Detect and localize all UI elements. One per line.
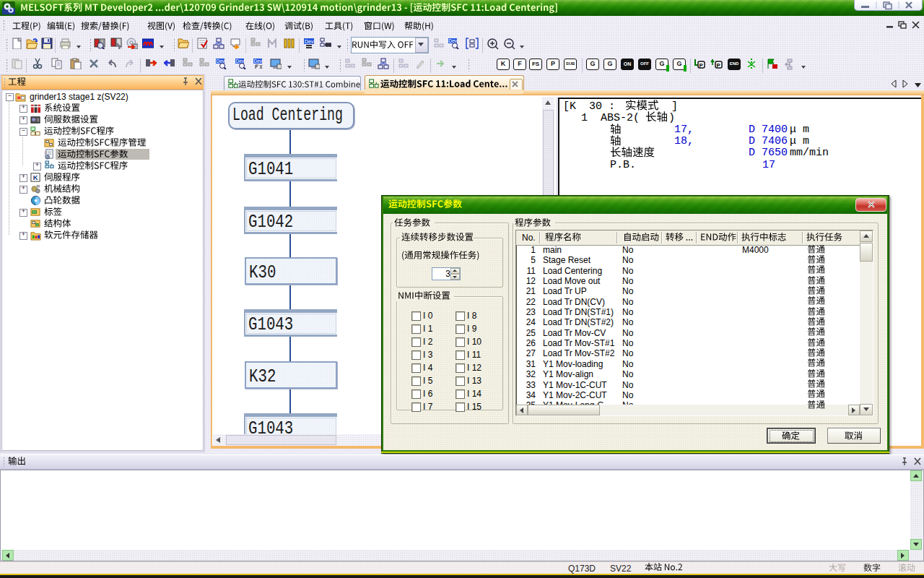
svg-text:P: P	[717, 62, 721, 69]
svg-text:Dev: Dev	[449, 38, 458, 43]
svg-text:K: K	[33, 174, 38, 181]
svg-text:Dev: Dev	[236, 59, 245, 64]
svg-text:Dev: Dev	[254, 59, 263, 64]
svg-text:Dev: Dev	[217, 59, 225, 64]
svg-text:P: P	[699, 62, 704, 69]
svg-text:Dev: Dev	[305, 39, 314, 44]
